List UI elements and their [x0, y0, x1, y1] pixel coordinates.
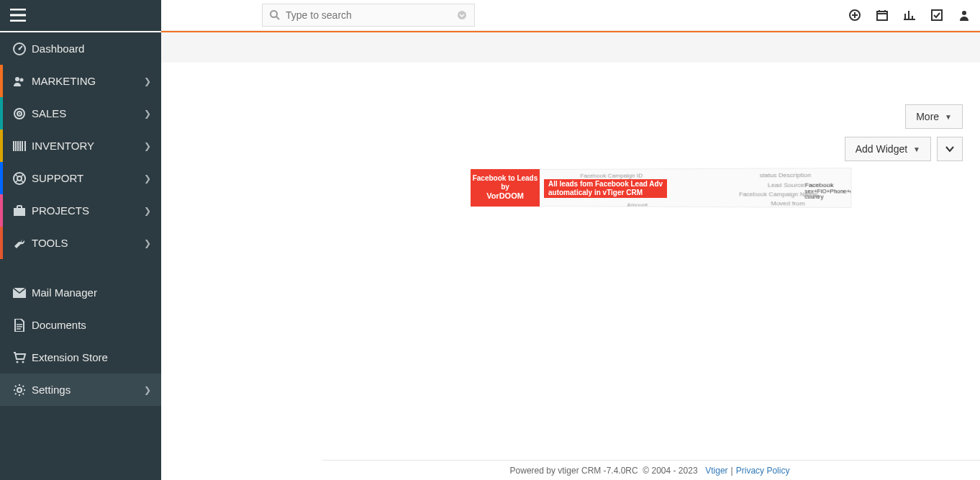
button-label: Add Widget: [856, 143, 907, 155]
svg-point-6: [962, 11, 966, 15]
more-button[interactable]: More ▼: [905, 104, 963, 129]
sidebar-item-projects[interactable]: PROJECTS ❯: [0, 194, 161, 227]
sidebar-item-documents[interactable]: Documents: [0, 309, 161, 341]
cart-icon: [10, 352, 29, 363]
search-icon: [270, 10, 280, 20]
calendar-icon[interactable]: [876, 9, 888, 21]
banner-brand: Facebook to Leads: [473, 174, 538, 183]
search-input[interactable]: [286, 9, 457, 21]
chevron-right-icon: ❯: [144, 206, 151, 216]
sidebar-label: SALES: [32, 107, 66, 119]
sidebar-label: Mail Manager: [32, 286, 97, 299]
user-icon[interactable]: [958, 9, 970, 21]
sidebar-label: TOOLS: [32, 237, 68, 249]
sidebar-label: INVENTORY: [32, 140, 94, 152]
sidebar-label: Dashboard: [32, 42, 84, 55]
promo-banner: Facebook to Leads by VorDOOM Facebook Ca…: [471, 169, 830, 207]
hamburger-icon[interactable]: [10, 9, 26, 22]
footer-link-privacy[interactable]: Privacy Policy: [736, 466, 790, 476]
footer-sep: |: [731, 466, 733, 476]
target-icon: [10, 107, 29, 120]
sidebar-label: Settings: [32, 384, 71, 396]
button-label: More: [916, 111, 939, 122]
svg-rect-5: [932, 10, 942, 20]
lifebuoy-icon: [10, 172, 29, 185]
banner-field: Moved from: [771, 199, 804, 208]
svg-point-15: [17, 176, 22, 181]
svg-point-10: [20, 78, 24, 81]
banner-callout: automaticaly in vTiger CRM: [548, 189, 663, 197]
sidebar-item-extensionstore[interactable]: Extension Store: [0, 341, 161, 373]
svg-point-13: [19, 113, 20, 114]
footer-copyright: © 2004 - 2023: [643, 466, 697, 476]
caret-down-icon: ▼: [945, 113, 952, 121]
chevron-right-icon: ❯: [144, 76, 151, 86]
expand-button[interactable]: [937, 137, 963, 161]
sidebar-label: Documents: [32, 319, 86, 331]
sidebar-item-tools[interactable]: TOOLS ❯: [0, 227, 161, 259]
svg-point-20: [17, 388, 22, 392]
chevron-down-icon: [945, 144, 955, 154]
banner-callout: All leads fom Facebook Lead Adv: [548, 180, 663, 189]
footer-link-vtiger[interactable]: Vtiger: [705, 466, 727, 476]
group-icon: [10, 75, 29, 88]
svg-point-9: [15, 77, 19, 81]
chevron-right-icon: ❯: [144, 141, 151, 151]
svg-point-0: [271, 11, 277, 17]
chevron-right-icon: ❯: [144, 385, 151, 395]
sidebar-item-inventory[interactable]: INVENTORY ❯: [0, 130, 161, 162]
banner-brand: VorDOOM: [486, 191, 524, 201]
document-icon: [10, 319, 29, 332]
banner-field-val: sex+FIO+Phone+email+ country: [804, 189, 851, 199]
footer-version: 7.4.0RC: [607, 466, 638, 476]
sidebar-item-support[interactable]: SUPPORT ❯: [0, 162, 161, 194]
sidebar-label: MARKETING: [32, 75, 96, 87]
chevron-right-icon: ❯: [144, 173, 151, 184]
briefcase-icon: [10, 205, 29, 217]
footer: Powered by vtiger CRM - 7.4.0RC © 2004 -…: [322, 460, 980, 480]
sidebar-label: PROJECTS: [32, 204, 89, 217]
wrench-icon: [10, 237, 29, 250]
plus-circle-icon[interactable]: [849, 9, 861, 21]
sidebar-label: Extension Store: [32, 351, 108, 363]
search-dropdown-icon[interactable]: [457, 10, 467, 20]
dashboard-icon: [10, 42, 29, 55]
sidebar-item-settings[interactable]: Settings ❯: [0, 373, 161, 406]
add-widget-button[interactable]: Add Widget ▼: [845, 137, 931, 161]
caret-down-icon: ▼: [913, 145, 920, 153]
svg-rect-16: [14, 208, 25, 216]
search-input-wrap[interactable]: [262, 4, 475, 27]
footer-text: Powered by vtiger CRM -: [510, 466, 607, 476]
banner-field: Amount: [627, 200, 648, 208]
chevron-right-icon: ❯: [144, 238, 151, 248]
banner-brand: by: [501, 183, 509, 191]
barcode-icon: [10, 141, 29, 151]
banner-field: status Description: [760, 170, 811, 179]
checkbox-icon[interactable]: [931, 9, 943, 21]
svg-point-18: [17, 361, 19, 363]
sidebar-item-sales[interactable]: SALES ❯: [0, 97, 161, 130]
sidebar-item-dashboard[interactable]: Dashboard: [0, 32, 161, 65]
chevron-right-icon: ❯: [144, 109, 151, 119]
gear-icon: [10, 384, 29, 397]
svg-point-19: [22, 361, 24, 363]
svg-point-2: [458, 11, 466, 19]
sidebar-item-mailmanager[interactable]: Mail Manager: [0, 276, 161, 309]
envelope-icon: [10, 288, 29, 298]
svg-line-1: [276, 17, 279, 19]
chart-icon[interactable]: [904, 9, 915, 21]
sidebar-label: SUPPORT: [32, 172, 83, 184]
banner-field: Lead Source: [768, 180, 804, 189]
svg-point-8: [19, 47, 21, 50]
svg-rect-4: [877, 12, 887, 20]
sidebar-item-marketing[interactable]: MARKETING ❯: [0, 65, 161, 97]
